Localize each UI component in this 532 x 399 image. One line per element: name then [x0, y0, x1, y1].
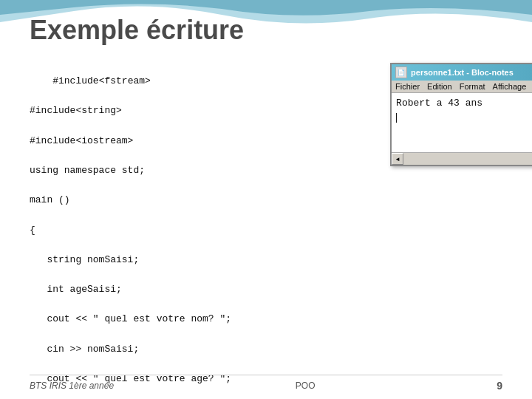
code-line-4: using namespace std; [30, 165, 145, 176]
menu-edition[interactable]: Edition [427, 82, 452, 91]
footer-left-text: BTS IRIS 1ère année [30, 381, 114, 391]
code-line-1: #include<fstream> [52, 75, 151, 86]
notepad-line-2 [396, 111, 532, 126]
code-line-8: int ageSaisi; [30, 284, 122, 295]
notepad-empty-space [396, 125, 532, 147]
text-cursor [396, 113, 397, 123]
code-line-3: #include<iostream> [30, 135, 133, 146]
code-line-10: cin >> nomSaisi; [30, 344, 139, 355]
code-line-9: cout << " quel est votre nom? "; [30, 313, 231, 324]
notepad-text[interactable]: Robert a 43 ans [392, 93, 532, 152]
notepad-bottom-bar: ◄ ► [392, 152, 532, 165]
footer: BTS IRIS 1ère année POO 9 [30, 375, 502, 392]
horizontal-scrollbar[interactable]: ◄ ► [392, 153, 532, 165]
code-line-6: { [30, 225, 35, 236]
notepad-content-area: Robert a 43 ans ▲ ▼ [392, 93, 532, 152]
scroll-left-arrow[interactable]: ◄ [392, 153, 403, 165]
code-block: #include<fstream> #include<string> #incl… [30, 59, 375, 362]
notepad-title: personne1.txt - Bloc-notes [411, 68, 532, 77]
footer-center-text: POO [296, 381, 316, 391]
code-line-7: string nomSaisi; [30, 254, 139, 265]
notepad-line-1: Robert a 43 ans [396, 96, 532, 111]
footer-page-number: 9 [497, 380, 502, 392]
notepad-window: 📄 personne1.txt - Bloc-notes _ □ ✕ Fichi… [390, 63, 532, 166]
code-line-2: #include<string> [30, 105, 122, 116]
page-title: Exemple écriture [30, 15, 244, 46]
notepad-titlebar: 📄 personne1.txt - Bloc-notes _ □ ✕ [392, 64, 532, 81]
main-content: #include<fstream> #include<string> #incl… [30, 59, 502, 362]
notepad-menubar: Fichier Edition Format Affichage ? [392, 81, 532, 93]
code-line-5: main () [30, 194, 70, 205]
notepad-app-icon: 📄 [395, 66, 407, 78]
menu-affichage[interactable]: Affichage [493, 82, 527, 91]
menu-format[interactable]: Format [460, 82, 485, 91]
menu-fichier[interactable]: Fichier [395, 82, 420, 91]
